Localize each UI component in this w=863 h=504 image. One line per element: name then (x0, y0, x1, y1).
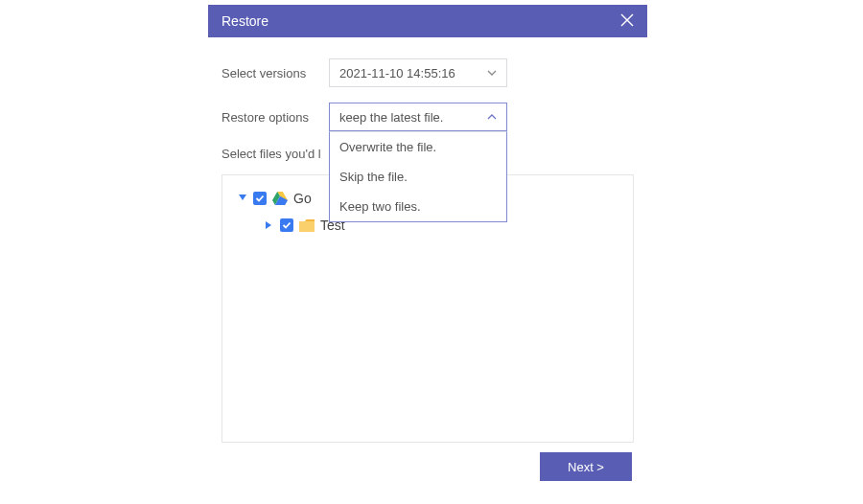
restore-options-select[interactable]: keep the latest file. Overwrite the file… (329, 103, 507, 131)
restore-options-label: Restore options (222, 110, 329, 125)
versions-row: Select versions 2021-11-10 14:55:16 (222, 58, 634, 87)
restore-options-dropdown: Overwrite the file. Skip the file. Keep … (329, 131, 507, 222)
dialog-footer: Next > (222, 443, 634, 481)
restore-options-value: keep the latest file. (339, 110, 443, 125)
folder-icon (299, 218, 315, 233)
svg-marker-2 (239, 195, 246, 200)
restore-option-keep-two[interactable]: Keep two files. (330, 192, 506, 221)
dialog-body: Select versions 2021-11-10 14:55:16 Rest… (208, 37, 647, 491)
dialog-title: Restore (222, 13, 268, 29)
versions-label: Select versions (222, 66, 329, 80)
restore-option-overwrite[interactable]: Overwrite the file. (330, 132, 506, 162)
dialog-titlebar: Restore (208, 5, 647, 37)
restore-dialog: Restore Select versions 2021-11-10 14:55… (208, 5, 647, 491)
restore-option-skip[interactable]: Skip the file. (330, 162, 506, 192)
caret-down-icon[interactable] (238, 194, 247, 203)
next-button[interactable]: Next > (540, 452, 632, 481)
close-icon[interactable] (620, 13, 634, 30)
versions-select[interactable]: 2021-11-10 14:55:16 (329, 58, 507, 87)
caret-right-icon[interactable] (265, 220, 274, 230)
tree-root-label: Go (293, 191, 312, 206)
restore-options-row: Restore options keep the latest file. Ov… (222, 103, 634, 131)
tree-root-checkbox[interactable] (253, 192, 267, 205)
svg-marker-6 (266, 221, 271, 229)
versions-value: 2021-11-10 14:55:16 (339, 66, 455, 80)
chevron-up-icon (487, 112, 497, 122)
google-drive-icon (272, 191, 288, 206)
tree-child-checkbox[interactable] (280, 218, 293, 232)
chevron-down-icon (487, 68, 497, 78)
svg-rect-7 (299, 221, 315, 232)
